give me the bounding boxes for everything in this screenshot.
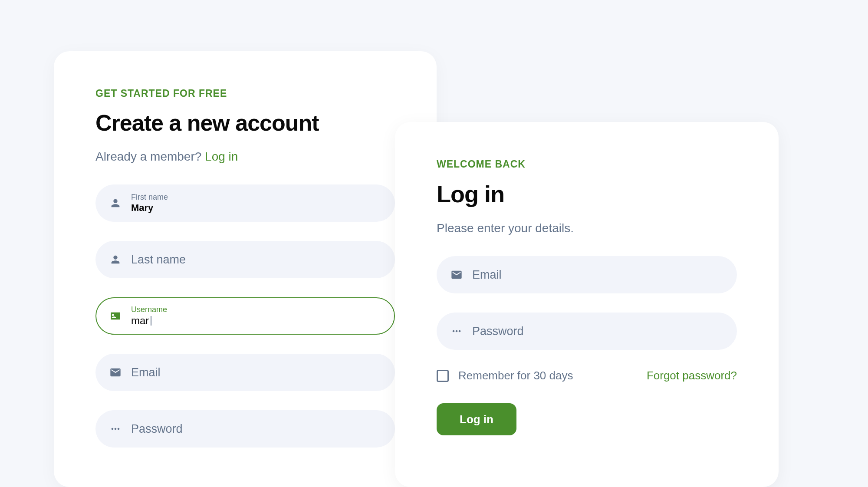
svg-point-3 [453, 330, 455, 332]
signup-password-placeholder: Password [131, 422, 183, 436]
signup-card: GET STARTED FOR FREE Create a new accoun… [54, 51, 437, 487]
signup-subtext: Already a member? Log in [95, 150, 395, 164]
forgot-password-link[interactable]: Forgot password? [647, 369, 737, 382]
username-label: Username [131, 305, 167, 314]
remember-checkbox[interactable] [437, 370, 449, 382]
firstname-value: Mary [131, 202, 168, 214]
person-icon [109, 253, 122, 266]
dots-icon [109, 423, 122, 435]
login-button[interactable]: Log in [437, 403, 516, 435]
login-options-row: Remember for 30 days Forgot password? [437, 369, 737, 382]
lastname-field[interactable]: Last name [95, 241, 395, 278]
login-link[interactable]: Log in [205, 150, 238, 163]
text-cursor-icon [151, 316, 151, 326]
id-card-icon [109, 310, 122, 322]
signup-email-field[interactable]: Email [95, 354, 395, 391]
login-card: WELCOME BACK Log in Please enter your de… [395, 122, 779, 487]
firstname-label: First name [131, 193, 168, 202]
firstname-field[interactable]: First name Mary [95, 184, 395, 222]
signup-eyebrow: GET STARTED FOR FREE [95, 88, 395, 99]
login-email-field[interactable]: Email [437, 256, 737, 293]
lastname-placeholder: Last name [131, 253, 186, 267]
svg-point-1 [115, 428, 117, 430]
username-value: mar [131, 315, 167, 327]
person-icon [109, 197, 122, 209]
login-password-field[interactable]: Password [437, 313, 737, 350]
signup-email-placeholder: Email [131, 366, 161, 379]
remember-label: Remember for 30 days [458, 369, 573, 382]
signup-subtext-text: Already a member? [95, 150, 205, 163]
svg-point-4 [456, 330, 458, 332]
remember-group[interactable]: Remember for 30 days [437, 369, 573, 382]
dots-icon [450, 325, 463, 337]
login-title: Log in [437, 181, 737, 207]
login-eyebrow: WELCOME BACK [437, 158, 737, 170]
mail-icon [450, 269, 463, 281]
login-email-placeholder: Email [472, 268, 502, 282]
mail-icon [109, 366, 122, 378]
username-field[interactable]: Username mar [95, 297, 395, 335]
login-subtext: Please enter your details. [437, 221, 737, 235]
svg-point-0 [112, 428, 114, 430]
signup-title: Create a new account [95, 110, 395, 136]
svg-point-2 [118, 428, 120, 430]
signup-password-field[interactable]: Password [95, 410, 395, 448]
login-password-placeholder: Password [472, 325, 524, 338]
svg-point-5 [459, 330, 461, 332]
